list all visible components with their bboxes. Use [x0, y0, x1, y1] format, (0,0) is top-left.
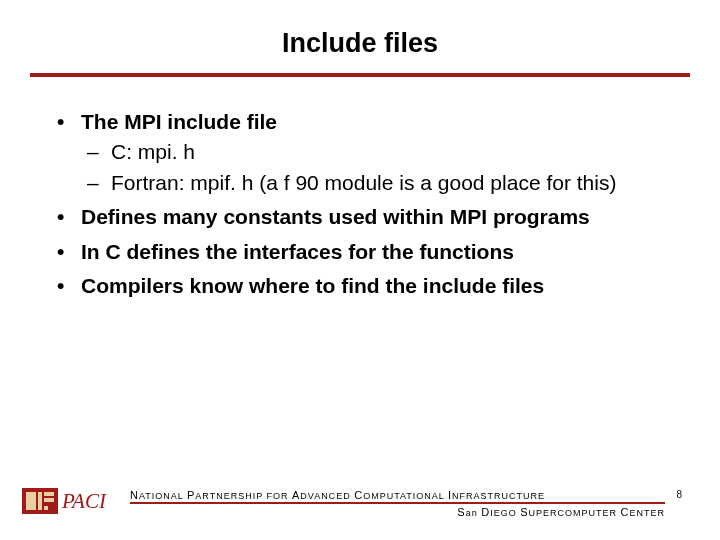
svg-rect-1 — [26, 492, 36, 510]
slide-title: Include files — [0, 28, 720, 59]
svg-rect-2 — [38, 492, 42, 510]
body: The MPI include file C: mpi. h Fortran: … — [0, 77, 720, 302]
footer-lines: NATIONAL PARTNERSHIP FOR ADVANCED COMPUT… — [130, 489, 665, 518]
page-number: 8 — [676, 489, 682, 500]
bullet-text: Defines many constants used within MPI p… — [81, 205, 590, 228]
footer-line-1: NATIONAL PARTNERSHIP FOR ADVANCED COMPUT… — [130, 489, 665, 503]
sub-bullet-item: C: mpi. h — [81, 137, 675, 167]
bullet-text: In C defines the interfaces for the func… — [81, 240, 514, 263]
bullet-text: Compilers know where to find the include… — [81, 274, 544, 297]
svg-rect-4 — [44, 498, 54, 502]
bullet-item: In C defines the interfaces for the func… — [55, 237, 675, 267]
slide: Include files The MPI include file C: mp… — [0, 0, 720, 540]
sub-bullet-item: Fortran: mpif. h (a f 90 module is a goo… — [81, 168, 675, 198]
npaci-logo: PACI — [22, 482, 120, 524]
bullet-item: Compilers know where to find the include… — [55, 271, 675, 301]
logo-icon: PACI — [22, 482, 120, 520]
sub-bullet-list: C: mpi. h Fortran: mpif. h (a f 90 modul… — [81, 137, 675, 198]
svg-rect-5 — [44, 506, 48, 510]
svg-text:PACI: PACI — [61, 489, 107, 513]
bullet-list: The MPI include file C: mpi. h Fortran: … — [55, 107, 675, 302]
sub-bullet-text: Fortran: mpif. h (a f 90 module is a goo… — [111, 171, 616, 194]
footer-line-2: San DIEGO SUPERCOMPUTER CENTER — [130, 503, 665, 518]
bullet-item: The MPI include file C: mpi. h Fortran: … — [55, 107, 675, 198]
bullet-item: Defines many constants used within MPI p… — [55, 202, 675, 232]
svg-rect-3 — [44, 492, 54, 496]
title-area: Include files — [0, 0, 720, 77]
bullet-text: The MPI include file — [81, 110, 277, 133]
sub-bullet-text: C: mpi. h — [111, 140, 195, 163]
